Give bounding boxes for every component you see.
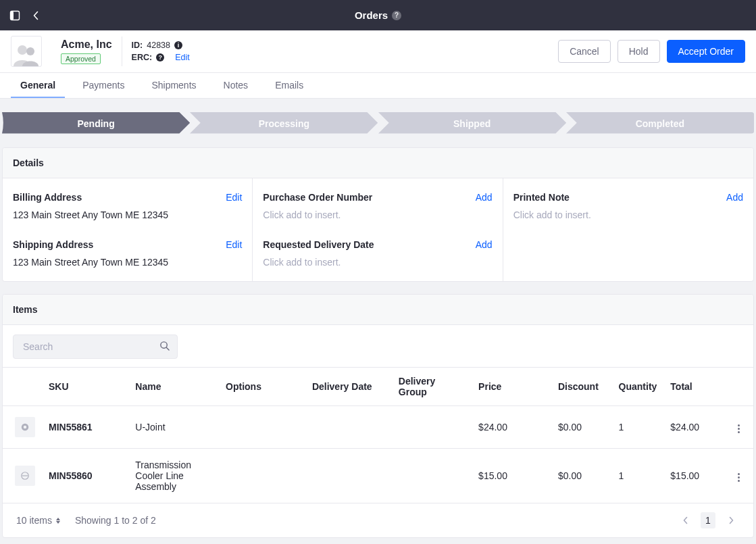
cell-delivery-group — [392, 449, 472, 503]
edit-billing-link[interactable]: Edit — [226, 192, 242, 203]
help-icon[interactable]: ? — [392, 11, 401, 20]
shipping-address-title: Shipping Address — [13, 239, 93, 250]
items-footer: 10 items Showing 1 to 2 of 2 1 — [3, 503, 753, 537]
svg-point-2 — [18, 45, 27, 55]
po-number-placeholder: Click add to insert. — [263, 209, 492, 220]
billing-address-title: Billing Address — [13, 192, 82, 203]
cell-quantity: 1 — [612, 406, 664, 449]
step-shipped: Shipped — [378, 112, 566, 135]
topbar: Orders ? — [0, 0, 756, 30]
item-thumbnail — [15, 417, 35, 437]
tab-emails[interactable]: Emails — [266, 73, 313, 98]
cell-sku: MIN55860 — [42, 449, 128, 503]
status-badge: Approved — [61, 53, 101, 64]
cell-options — [219, 449, 305, 503]
page-title: Orders — [355, 9, 388, 21]
delivery-date-title: Requested Delivery Date — [263, 239, 374, 250]
id-info-icon[interactable]: i — [174, 41, 182, 49]
cell-quantity: 1 — [612, 449, 664, 503]
hold-button[interactable]: Hold — [618, 40, 660, 63]
tab-bar: General Payments Shipments Notes Emails — [0, 73, 756, 99]
po-number-title: Purchase Order Number — [263, 192, 372, 203]
cell-discount: $0.00 — [551, 449, 612, 503]
cell-price: $15.00 — [472, 449, 551, 503]
showing-text: Showing 1 to 2 of 2 — [75, 515, 156, 526]
col-quantity[interactable]: Quantity — [612, 368, 664, 406]
items-panel: Items SKU Name Options Delivery Date Del… — [2, 294, 754, 538]
cell-sku: MIN55861 — [42, 406, 128, 449]
delivery-date-placeholder: Click add to insert. — [263, 257, 492, 268]
details-panel: Details Billing Address Edit 123 Main St… — [2, 147, 754, 282]
sidebar-toggle-icon[interactable] — [9, 10, 20, 21]
order-meta: ID: 42838 i ERC: ? Edit — [132, 41, 190, 62]
cell-total: $15.00 — [663, 449, 724, 503]
col-delivery-group[interactable]: Delivery Group — [392, 368, 472, 406]
col-sku[interactable]: SKU — [42, 368, 128, 406]
step-pending: Pending — [2, 112, 190, 135]
row-actions-menu[interactable] — [734, 420, 744, 437]
next-page-button[interactable] — [722, 512, 740, 529]
tab-shipments[interactable]: Shipments — [142, 73, 205, 98]
items-header: Items — [3, 295, 753, 325]
item-thumbnail — [15, 466, 35, 486]
cell-price: $24.00 — [472, 406, 551, 449]
step-label: Processing — [259, 118, 309, 129]
col-options[interactable]: Options — [219, 368, 305, 406]
shipping-address-value: 123 Main Street Any Town ME 12345 — [13, 257, 242, 268]
cell-options — [219, 406, 305, 449]
search-icon — [159, 341, 170, 353]
step-label: Shipped — [453, 118, 490, 129]
step-label: Completed — [636, 118, 684, 129]
tab-notes[interactable]: Notes — [214, 73, 258, 98]
table-row[interactable]: MIN55861 U-Joint $24.00 $0.00 1 $24.00 — [3, 406, 753, 449]
cell-total: $24.00 — [663, 406, 724, 449]
printed-note-placeholder: Click add to insert. — [513, 209, 743, 220]
tab-general[interactable]: General — [11, 73, 65, 98]
pagination: 1 — [676, 512, 740, 529]
cell-delivery-group — [392, 406, 472, 449]
edit-erc-link[interactable]: Edit — [175, 53, 190, 62]
edit-shipping-link[interactable]: Edit — [226, 239, 242, 250]
customer-avatar — [11, 36, 42, 67]
id-value: 42838 — [147, 41, 170, 50]
customer-name: Acme, Inc — [61, 39, 112, 51]
cell-delivery-date — [305, 406, 392, 449]
page-number[interactable]: 1 — [701, 512, 715, 528]
add-po-link[interactable]: Add — [476, 192, 493, 203]
col-delivery-date[interactable]: Delivery Date — [305, 368, 392, 406]
tab-payments[interactable]: Payments — [73, 73, 134, 98]
prev-page-button[interactable] — [676, 512, 694, 529]
step-processing: Processing — [190, 112, 378, 135]
cell-name: U-Joint — [128, 406, 219, 449]
table-row[interactable]: MIN55860 Transmission Cooler Line Assemb… — [3, 449, 753, 503]
page-size-selector[interactable]: 10 items — [16, 515, 60, 526]
items-table: SKU Name Options Delivery Date Delivery … — [3, 367, 753, 503]
accept-order-button[interactable]: Accept Order — [667, 40, 745, 63]
step-label: Pending — [78, 118, 115, 129]
add-printed-note-link[interactable]: Add — [726, 192, 743, 203]
cell-discount: $0.00 — [551, 406, 612, 449]
cell-delivery-date — [305, 449, 392, 503]
order-header: Acme, Inc Approved ID: 42838 i ERC: ? Ed… — [0, 30, 756, 73]
step-completed: Completed — [566, 112, 754, 135]
details-header: Details — [3, 148, 753, 178]
col-name[interactable]: Name — [128, 368, 219, 406]
cell-name: Transmission Cooler Line Assembly — [128, 449, 219, 503]
col-total[interactable]: Total — [663, 368, 724, 406]
items-search-input[interactable] — [13, 335, 178, 359]
col-discount[interactable]: Discount — [551, 368, 612, 406]
back-button[interactable] — [32, 11, 39, 20]
dropdown-icon — [56, 518, 60, 524]
id-label: ID: — [132, 41, 143, 50]
add-delivery-date-link[interactable]: Add — [476, 239, 493, 250]
erc-help-icon[interactable]: ? — [156, 53, 164, 61]
page-size-label: 10 items — [16, 515, 52, 526]
row-actions-menu[interactable] — [734, 469, 744, 486]
svg-rect-1 — [11, 11, 14, 20]
table-header-row: SKU Name Options Delivery Date Delivery … — [3, 368, 753, 406]
progress-steps: Pending Processing Shipped Completed — [2, 112, 754, 135]
col-price[interactable]: Price — [472, 368, 551, 406]
billing-address-value: 123 Main Street Any Town ME 12345 — [13, 209, 242, 220]
cancel-button[interactable]: Cancel — [558, 40, 611, 63]
printed-note-title: Printed Note — [513, 192, 570, 203]
